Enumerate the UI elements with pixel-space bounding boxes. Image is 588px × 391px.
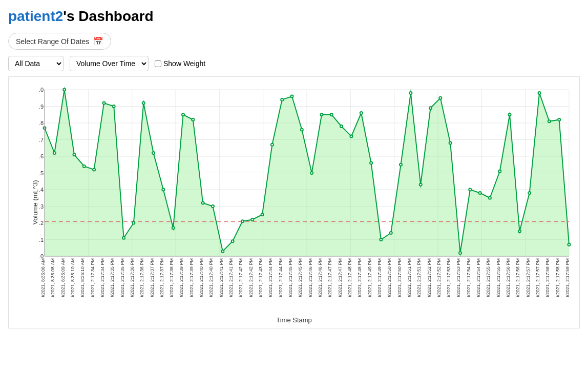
date-range-button[interactable]: Select Range Of Dates 📅 [8,33,111,50]
date-range-label: Select Range Of Dates [16,37,89,46]
main-chart [39,82,574,297]
filter-select[interactable]: All DataLast WeekLast Month [8,56,64,71]
y-axis-label: Volume (mL^3) [31,180,39,224]
title-suffix: 's Dashboard [63,8,153,24]
controls-row: All DataLast WeekLast Month Volume Over … [8,56,580,71]
x-axis-label: Time Stamp [276,316,312,324]
page-title: patient2's Dashboard [8,8,580,25]
chart-type-select[interactable]: Volume Over TimeWeight Over TimeBoth [70,56,149,71]
chart-inner [39,82,574,297]
chart-container: Volume (mL^3) Time Stamp [8,76,580,328]
calendar-icon: 📅 [93,36,103,46]
patient-name: patient2 [8,8,63,24]
show-weight-text: Show Weight [163,59,205,68]
show-weight-checkbox[interactable] [155,60,161,67]
show-weight-label[interactable]: Show Weight [155,59,205,68]
